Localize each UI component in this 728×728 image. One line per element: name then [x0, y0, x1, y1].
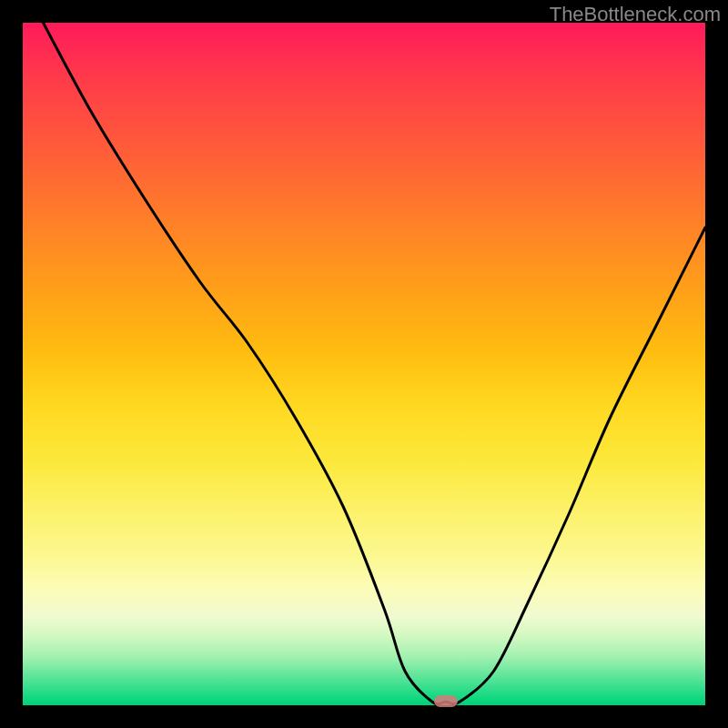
chart-container: TheBottleneck.com [0, 0, 728, 728]
plot-area [23, 23, 705, 705]
bottleneck-curve [44, 23, 706, 704]
curve-svg [23, 23, 705, 705]
min-marker [434, 695, 458, 707]
